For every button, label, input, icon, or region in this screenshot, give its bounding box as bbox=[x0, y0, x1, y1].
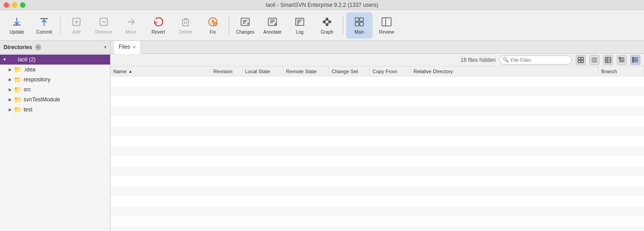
folder-icon-idea: 📁 bbox=[14, 66, 21, 73]
tree-area: ▼ 🗂 laoli (2) ▶ 📁 .idea ▶ 📁 respository … bbox=[0, 54, 110, 231]
main-content: Directories ✕ ▾ ▼ 🗂 laoli (2) ▶ 📁 .idea … bbox=[0, 41, 644, 231]
folder-icon-svntestmodule: 📁 bbox=[14, 96, 21, 103]
view-btn-4[interactable] bbox=[617, 55, 627, 65]
table-row bbox=[111, 216, 644, 226]
toolbar-add[interactable]: Add bbox=[63, 12, 90, 39]
update-icon bbox=[11, 16, 22, 29]
svg-rect-21 bbox=[619, 57, 620, 59]
col-header-copy-from[interactable]: Copy From bbox=[370, 66, 411, 76]
file-filter-input[interactable] bbox=[499, 55, 572, 65]
toolbar-revert[interactable]: Revert bbox=[145, 12, 171, 39]
tree-label-test: test bbox=[24, 106, 32, 113]
tree-toggle-laoli[interactable]: ▼ bbox=[2, 57, 7, 62]
add-icon bbox=[71, 16, 82, 29]
revert-icon bbox=[153, 16, 164, 29]
sidebar-title: Directories bbox=[4, 44, 32, 50]
table-row bbox=[111, 176, 644, 186]
col-header-remote-state[interactable]: Remote State bbox=[283, 66, 329, 76]
changes-label: Changes bbox=[236, 30, 254, 35]
files-panel: Files ✕ 18 files hidden 🔍 bbox=[111, 41, 644, 231]
review-label: Review bbox=[379, 30, 394, 35]
minimize-button[interactable] bbox=[12, 2, 17, 8]
toolbar-remove[interactable]: Remove bbox=[91, 12, 117, 39]
revert-label: Revert bbox=[151, 30, 165, 35]
svg-rect-16 bbox=[578, 57, 580, 60]
window-controls bbox=[4, 2, 25, 8]
col-header-local-state[interactable]: Local State bbox=[242, 66, 283, 76]
toolbar-annotate[interactable]: Annotate bbox=[259, 12, 286, 39]
folder-root-icon: 🗂 bbox=[8, 55, 15, 64]
column-headers: Name ▲ Revision Local State Remote State… bbox=[111, 66, 644, 76]
move-icon bbox=[126, 16, 136, 29]
sidebar-dropdown-icon[interactable]: ▾ bbox=[104, 45, 106, 50]
files-tab[interactable]: Files ✕ bbox=[114, 41, 141, 54]
svg-rect-18 bbox=[578, 60, 580, 63]
toolbar-delete[interactable]: Delete bbox=[172, 12, 199, 39]
toolbar-sep-3 bbox=[343, 16, 343, 35]
toolbar-fix[interactable]: Fix bbox=[200, 12, 226, 39]
toolbar-commit[interactable]: Commit bbox=[31, 12, 57, 39]
col-header-revision[interactable]: Revision bbox=[211, 66, 242, 76]
toolbar-log[interactable]: Log bbox=[287, 12, 313, 39]
view-btn-2[interactable] bbox=[589, 55, 599, 65]
svg-rect-15 bbox=[382, 18, 391, 26]
table-row bbox=[111, 226, 644, 231]
svg-rect-6 bbox=[296, 18, 304, 25]
view-btn-5[interactable] bbox=[630, 55, 640, 65]
tree-item-respository[interactable]: ▶ 📁 respository bbox=[0, 75, 110, 85]
main-label: Main bbox=[354, 30, 364, 35]
tree-toggle-svntestmodule[interactable]: ▶ bbox=[7, 97, 13, 102]
view-btn-3[interactable] bbox=[603, 55, 613, 65]
tree-item-test[interactable]: ▶ 📁 test bbox=[0, 105, 110, 115]
tree-item-src[interactable]: ▶ 📁 src bbox=[0, 85, 110, 95]
svg-point-23 bbox=[633, 59, 634, 60]
annotate-label: Annotate bbox=[263, 30, 282, 35]
col-header-branch[interactable]: Branch bbox=[599, 66, 644, 76]
tree-toggle-src[interactable]: ▶ bbox=[7, 87, 13, 92]
col-header-change-set[interactable]: Change Set bbox=[329, 66, 370, 76]
window-title: laoli - SmartSVN Enterprise 9.2.2 (1337 … bbox=[266, 2, 378, 8]
table-row bbox=[111, 166, 644, 176]
main-toolbar: Update Commit Add Remove bbox=[0, 10, 644, 41]
svg-rect-14 bbox=[360, 22, 363, 26]
table-row bbox=[111, 86, 644, 96]
tree-toggle-idea[interactable]: ▶ bbox=[7, 67, 13, 72]
table-row bbox=[111, 156, 644, 166]
toolbar-review[interactable]: Review bbox=[373, 12, 400, 39]
table-row bbox=[111, 76, 644, 86]
toolbar-main[interactable]: Main bbox=[346, 12, 372, 39]
toolbar-graph[interactable]: Graph bbox=[314, 12, 340, 39]
close-button[interactable] bbox=[4, 2, 9, 8]
tree-item-idea[interactable]: ▶ 📁 .idea bbox=[0, 65, 110, 75]
maximize-button[interactable] bbox=[20, 2, 25, 8]
toolbar-changes[interactable]: Changes bbox=[232, 12, 258, 39]
commit-label: Commit bbox=[36, 30, 52, 35]
commit-icon bbox=[39, 16, 50, 29]
svg-rect-20 bbox=[605, 57, 611, 63]
remove-label: Remove bbox=[95, 30, 112, 35]
table-row bbox=[111, 126, 644, 136]
tree-item-svntestmodule[interactable]: ▶ 📁 svnTestModule bbox=[0, 95, 110, 105]
sidebar-close-button[interactable]: ✕ bbox=[35, 44, 41, 50]
col-header-relative-dir[interactable]: Relative Directory bbox=[411, 66, 599, 76]
view-btn-1[interactable] bbox=[576, 55, 586, 65]
tree-label-respository: respository bbox=[24, 76, 50, 83]
toolbar-move[interactable]: Move bbox=[118, 12, 144, 39]
col-header-name[interactable]: Name ▲ bbox=[111, 66, 211, 76]
log-icon bbox=[294, 16, 305, 29]
files-tab-close[interactable]: ✕ bbox=[132, 45, 136, 50]
move-label: Move bbox=[126, 30, 136, 35]
review-icon bbox=[381, 16, 392, 29]
annotate-icon bbox=[267, 16, 278, 29]
toolbar-sep-2 bbox=[229, 16, 229, 35]
svg-rect-11 bbox=[355, 18, 359, 21]
table-row bbox=[111, 106, 644, 116]
toolbar-update[interactable]: Update bbox=[4, 12, 30, 39]
tree-toggle-test[interactable]: ▶ bbox=[7, 107, 13, 112]
table-row bbox=[111, 116, 644, 126]
tree-item-laoli[interactable]: ▼ 🗂 laoli (2) bbox=[0, 55, 110, 65]
tree-label-svntestmodule: svnTestModule bbox=[24, 96, 60, 103]
folder-icon-respository: 📁 bbox=[14, 76, 21, 83]
table-row bbox=[111, 196, 644, 206]
tree-toggle-respository[interactable]: ▶ bbox=[7, 77, 13, 82]
